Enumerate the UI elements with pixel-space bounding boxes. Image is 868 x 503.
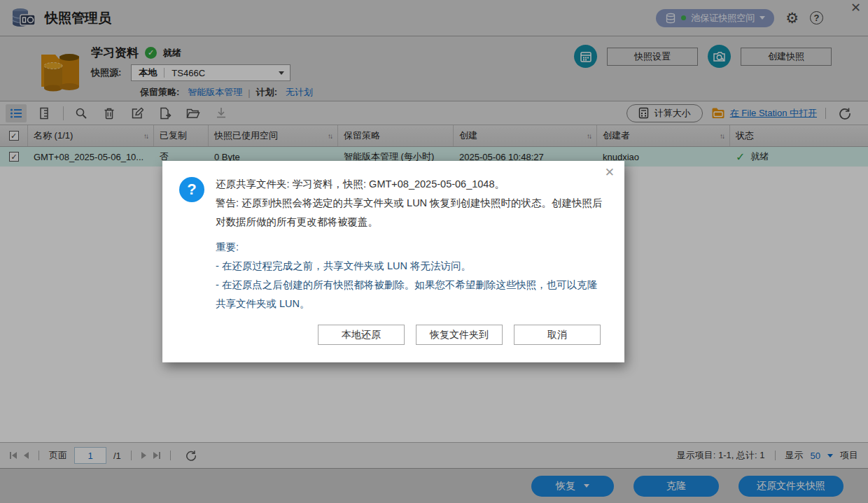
cancel-button[interactable]: 取消 [514,325,601,345]
local-restore-button[interactable]: 本地还原 [318,325,405,345]
dialog-message-line1: 还原共享文件夹: 学习资料，快照: GMT+08_2025-05-06_1048… [216,175,606,194]
dialog-important-point-2: - 在还原点之后创建的所有快照都将被删除。如果您不希望删除这些快照，也可以克隆共… [216,276,606,313]
restore-confirmation-dialog: 还原共享文件夹: 学习资料，快照: GMT+08_2025-05-06_1048… [162,161,624,362]
dialog-close-icon[interactable] [605,165,615,180]
question-circle-icon [179,177,204,202]
dialog-warning-text: 警告: 还原到快照会将选定的共享文件夹或 LUN 恢复到创建快照时的状态。创建快… [216,194,606,232]
dialog-important-title: 重要: [216,238,606,257]
restore-folder-to-button[interactable]: 恢复文件夹到 [416,325,503,345]
dialog-important-point-1: - 在还原过程完成之前，共享文件夹或 LUN 将无法访问。 [216,257,606,276]
